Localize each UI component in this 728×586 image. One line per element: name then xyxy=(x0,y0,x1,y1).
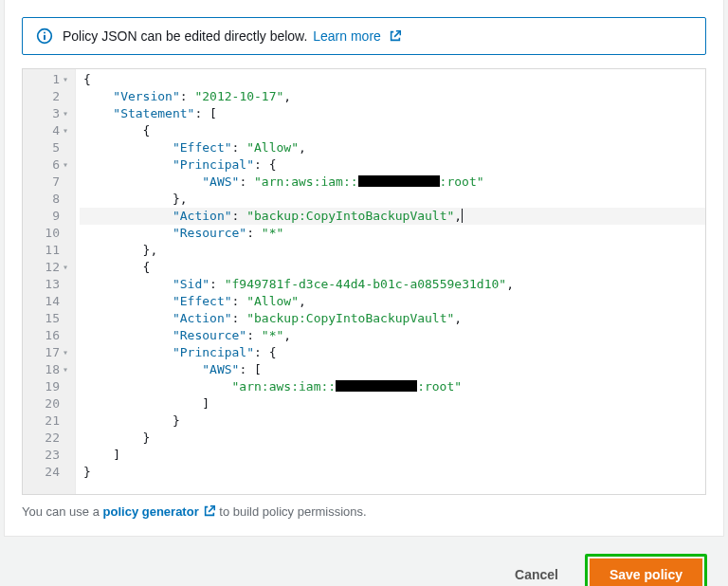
gutter-line: 4▾ xyxy=(23,122,75,139)
footer-actions: Cancel Save policy xyxy=(4,537,724,586)
gutter-line: 14 xyxy=(23,293,75,310)
policy-editor-card: Policy JSON can be edited directly below… xyxy=(4,0,724,537)
gutter-line: 5 xyxy=(23,139,75,156)
code-line[interactable]: }, xyxy=(80,242,705,259)
save-button-highlight: Save policy xyxy=(585,554,707,586)
gutter-line: 16 xyxy=(23,327,75,344)
info-banner-text: Policy JSON can be edited directly below… xyxy=(63,28,402,44)
fold-toggle-icon[interactable]: ▾ xyxy=(62,361,69,378)
gutter-line: 10 xyxy=(23,225,75,242)
code-line[interactable]: "AWS": [ xyxy=(80,361,705,378)
fold-toggle-icon[interactable]: ▾ xyxy=(62,156,69,174)
fold-toggle-icon[interactable]: ▾ xyxy=(62,71,69,88)
gutter-line: 13 xyxy=(23,276,75,293)
code-line[interactable]: } xyxy=(80,412,705,430)
code-line[interactable]: "Resource": "*", xyxy=(80,327,705,344)
gutter-line: 8 xyxy=(23,191,75,208)
redacted-text xyxy=(336,380,417,392)
policy-generator-link[interactable]: policy generator xyxy=(103,504,216,519)
learn-more-label: Learn more xyxy=(313,28,381,44)
code-line[interactable]: "Sid": "f949781f-d3ce-44d4-b01c-a08559e3… xyxy=(80,276,705,293)
gutter-line: 12▾ xyxy=(23,259,75,276)
gutter-line: 7 xyxy=(23,174,75,191)
code-line[interactable]: { xyxy=(80,259,705,276)
fold-toggle-icon[interactable]: ▾ xyxy=(62,344,69,361)
gutter-line: 19 xyxy=(23,378,75,395)
code-line[interactable]: { xyxy=(80,71,705,88)
gutter-line: 6▾ xyxy=(23,156,75,174)
learn-more-link[interactable]: Learn more xyxy=(313,28,401,44)
code-line[interactable]: }, xyxy=(80,191,705,208)
code-line[interactable]: } xyxy=(80,464,705,481)
gutter-line: 20 xyxy=(23,395,75,412)
info-banner-message: Policy JSON can be edited directly below… xyxy=(63,28,307,44)
code-line[interactable]: "Resource": "*" xyxy=(80,225,705,242)
gutter-line: 15 xyxy=(23,310,75,327)
code-line[interactable]: "AWS": "arn:aws:iam:::root" xyxy=(80,174,705,191)
gutter-line: 22 xyxy=(23,430,75,447)
editor-gutter: 1▾23▾4▾56▾789101112▾1314151617▾18▾192021… xyxy=(23,69,76,494)
code-line[interactable]: "Action": "backup:CopyIntoBackupVault", xyxy=(80,208,705,225)
text-cursor xyxy=(462,209,463,223)
code-line[interactable]: "Principal": { xyxy=(80,156,705,174)
gutter-line: 23 xyxy=(23,447,75,464)
fold-toggle-icon[interactable]: ▾ xyxy=(62,259,69,276)
code-line[interactable]: } xyxy=(80,430,705,447)
policy-generator-hint: You can use a policy generator to build … xyxy=(22,504,706,519)
gutter-line: 3▾ xyxy=(23,105,75,122)
gutter-line: 1▾ xyxy=(23,71,75,88)
external-link-icon xyxy=(389,29,402,43)
code-line[interactable]: ] xyxy=(80,395,705,412)
code-line[interactable]: "Principal": { xyxy=(80,344,705,361)
code-line[interactable]: "Action": "backup:CopyIntoBackupVault", xyxy=(80,310,705,327)
fold-toggle-icon[interactable]: ▾ xyxy=(62,122,69,139)
fold-toggle-icon[interactable]: ▾ xyxy=(62,105,69,122)
info-icon xyxy=(36,27,53,45)
gutter-line: 2 xyxy=(23,88,75,105)
save-policy-button[interactable]: Save policy xyxy=(590,559,702,586)
gutter-line: 11 xyxy=(23,242,75,259)
code-line[interactable]: "Statement": [ xyxy=(80,105,705,122)
redacted-text xyxy=(358,175,440,187)
code-line[interactable]: "Version": "2012-10-17", xyxy=(80,88,705,105)
svg-point-2 xyxy=(44,31,46,33)
json-editor[interactable]: 1▾23▾4▾56▾789101112▾1314151617▾18▾192021… xyxy=(22,68,706,495)
code-line[interactable]: ] xyxy=(80,447,705,464)
editor-code-area[interactable]: { "Version": "2012-10-17", "Statement": … xyxy=(76,69,705,494)
code-line[interactable]: "arn:aws:iam:::root" xyxy=(80,378,705,395)
gutter-line: 24 xyxy=(23,464,75,481)
gutter-line: 18▾ xyxy=(23,361,75,378)
policy-generator-link-label: policy generator xyxy=(103,504,199,519)
code-line[interactable]: "Effect": "Allow", xyxy=(80,293,705,310)
hint-prefix: You can use a xyxy=(22,504,103,519)
code-line[interactable]: { xyxy=(80,122,705,139)
gutter-line: 9 xyxy=(23,208,75,225)
hint-suffix: to build policy permissions. xyxy=(216,504,367,519)
code-line[interactable]: "Effect": "Allow", xyxy=(80,139,705,156)
gutter-line: 17▾ xyxy=(23,344,75,361)
gutter-line: 21 xyxy=(23,412,75,430)
external-link-icon xyxy=(203,504,216,518)
info-banner: Policy JSON can be edited directly below… xyxy=(22,17,706,55)
cancel-button[interactable]: Cancel xyxy=(505,559,568,586)
